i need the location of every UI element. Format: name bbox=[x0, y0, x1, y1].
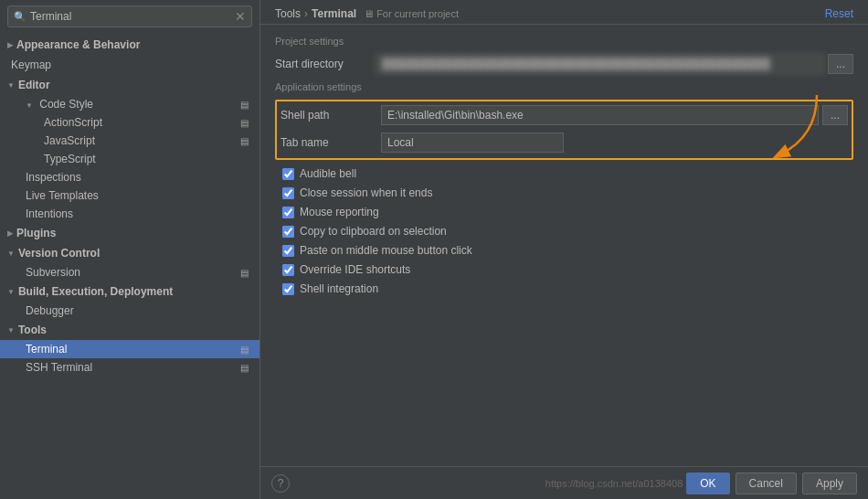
sidebar-item-label: Live Templates bbox=[26, 189, 99, 202]
paste-middle-label: Paste on middle mouse button click bbox=[300, 244, 472, 257]
ok-button[interactable]: OK bbox=[686, 472, 729, 494]
mouse-reporting-label: Mouse reporting bbox=[300, 206, 379, 218]
sidebar-item-tools[interactable]: ▼ Tools bbox=[0, 320, 259, 340]
sidebar-item-actionscript[interactable]: ActionScript ▤ bbox=[0, 113, 259, 132]
copy-clipboard-checkbox[interactable] bbox=[282, 226, 294, 238]
shell-path-row: Shell path ... bbox=[281, 105, 848, 125]
mouse-reporting-checkbox[interactable] bbox=[282, 207, 294, 218]
expand-icon: ▼ bbox=[7, 326, 15, 334]
cancel-button[interactable]: Cancel bbox=[736, 472, 797, 494]
reset-link[interactable]: Reset bbox=[825, 7, 853, 20]
sidebar-item-editor[interactable]: ▼ Editor bbox=[0, 75, 259, 95]
sidebar-item-label: Subversion bbox=[26, 266, 80, 279]
breadcrumb: Tools › Terminal 🖥 For current project bbox=[275, 7, 459, 20]
sidebar-item-ssh-terminal[interactable]: SSH Terminal ▤ bbox=[0, 358, 259, 377]
sidebar-item-label: Tools bbox=[18, 324, 47, 336]
search-icon: 🔍 bbox=[14, 11, 26, 23]
sidebar-item-build[interactable]: ▼ Build, Execution, Deployment bbox=[0, 281, 259, 302]
for-project-label: 🖥 For current project bbox=[364, 8, 459, 19]
checkbox-mouse-reporting: Mouse reporting bbox=[275, 206, 853, 218]
sidebar-item-label: Version Control bbox=[18, 247, 100, 260]
bottom-right: https://blog.csdn.net/a0138408 OK Cancel… bbox=[545, 472, 857, 494]
sidebar-item-label: Terminal bbox=[26, 343, 67, 356]
sidebar-item-label: Plugins bbox=[16, 227, 56, 239]
sidebar-item-inspections[interactable]: Inspections bbox=[0, 168, 259, 186]
shell-integration-checkbox[interactable] bbox=[282, 283, 294, 295]
content-body: Project settings Start directory ... App… bbox=[260, 25, 868, 466]
apply-button[interactable]: Apply bbox=[802, 472, 857, 494]
shell-integration-label: Shell integration bbox=[300, 282, 378, 295]
sidebar-item-live-templates[interactable]: Live Templates bbox=[0, 186, 259, 205]
shell-path-input[interactable] bbox=[381, 105, 819, 125]
sidebar-item-version-control[interactable]: ▼ Version Control bbox=[0, 243, 259, 263]
copy-icon: ▤ bbox=[240, 118, 249, 128]
checkboxes-section: Audible bell Close session when it ends … bbox=[275, 167, 853, 295]
copy-clipboard-label: Copy to clipboard on selection bbox=[300, 225, 447, 238]
sidebar-item-plugins[interactable]: ▶ Plugins bbox=[0, 223, 259, 243]
sidebar-item-label: Debugger bbox=[26, 304, 74, 317]
sidebar-item-label: TypeScript bbox=[44, 153, 96, 165]
checkbox-audible-bell: Audible bell bbox=[275, 167, 853, 180]
expand-icon: ▼ bbox=[7, 250, 15, 258]
main-container: 🔍 ✕ ▶ Appearance & Behavior Keymap ▼ Edi… bbox=[0, 0, 868, 499]
shell-path-label: Shell path bbox=[281, 109, 381, 122]
sidebar-item-label: Intentions bbox=[26, 207, 73, 220]
start-directory-label: Start directory bbox=[275, 58, 376, 70]
help-icon: ? bbox=[278, 477, 284, 490]
audible-bell-checkbox[interactable] bbox=[282, 168, 294, 180]
sidebar-item-terminal[interactable]: Terminal ▤ bbox=[0, 340, 259, 358]
start-directory-browse[interactable]: ... bbox=[828, 54, 853, 74]
search-container: 🔍 ✕ bbox=[0, 0, 259, 33]
tab-name-label: Tab name bbox=[281, 136, 381, 149]
bottom-bar: ? https://blog.csdn.net/a0138408 OK Canc… bbox=[260, 466, 868, 499]
sidebar-item-label: JavaScript bbox=[44, 134, 95, 147]
expand-icon: ▼ bbox=[7, 81, 15, 90]
close-session-checkbox[interactable] bbox=[282, 187, 294, 199]
sidebar-nav: ▶ Appearance & Behavior Keymap ▼ Editor … bbox=[0, 33, 259, 499]
sidebar: 🔍 ✕ ▶ Appearance & Behavior Keymap ▼ Edi… bbox=[0, 0, 260, 499]
project-icon: 🖥 bbox=[364, 8, 374, 19]
breadcrumb-separator: › bbox=[304, 7, 308, 20]
expand-icon: ▶ bbox=[7, 229, 13, 238]
watermark-text: https://blog.csdn.net/a0138408 bbox=[545, 478, 683, 489]
sidebar-item-subversion[interactable]: Subversion ▤ bbox=[0, 263, 259, 281]
highlighted-section: Shell path ... Tab name bbox=[275, 100, 853, 160]
shell-path-browse[interactable]: ... bbox=[822, 105, 848, 125]
sidebar-item-debugger[interactable]: Debugger bbox=[0, 302, 259, 320]
checkbox-paste-middle: Paste on middle mouse button click bbox=[275, 244, 853, 257]
sidebar-item-javascript[interactable]: JavaScript ▤ bbox=[0, 132, 259, 150]
close-session-label: Close session when it ends bbox=[300, 186, 432, 199]
project-settings-label: Project settings bbox=[275, 36, 853, 47]
search-clear-icon[interactable]: ✕ bbox=[235, 9, 246, 24]
copy-icon: ▤ bbox=[240, 136, 249, 146]
checkbox-close-session: Close session when it ends bbox=[275, 186, 853, 199]
sidebar-item-label: Keymap bbox=[11, 58, 51, 71]
copy-icon: ▤ bbox=[240, 100, 249, 110]
sidebar-item-keymap[interactable]: Keymap bbox=[0, 55, 259, 75]
checkbox-copy-clipboard: Copy to clipboard on selection bbox=[275, 225, 853, 238]
sidebar-item-code-style[interactable]: ▼ Code Style ▤ bbox=[0, 95, 259, 113]
app-settings-label: Application settings bbox=[275, 81, 853, 92]
copy-icon: ▤ bbox=[240, 345, 249, 355]
sidebar-item-label: Build, Execution, Deployment bbox=[18, 285, 173, 298]
paste-middle-checkbox[interactable] bbox=[282, 245, 294, 257]
copy-icon: ▤ bbox=[240, 268, 249, 278]
content-panel: Tools › Terminal 🖥 For current project R… bbox=[260, 0, 868, 499]
start-directory-input[interactable] bbox=[376, 54, 824, 74]
bottom-buttons: OK Cancel Apply bbox=[686, 472, 857, 494]
highlighted-wrapper: Shell path ... Tab name bbox=[275, 100, 853, 160]
expand-icon: ▶ bbox=[7, 41, 13, 49]
tab-name-row: Tab name bbox=[281, 133, 848, 153]
content-header: Tools › Terminal 🖥 For current project R… bbox=[260, 0, 868, 25]
expand-icon: ▼ bbox=[7, 288, 15, 296]
sidebar-item-typescript[interactable]: TypeScript bbox=[0, 150, 259, 168]
sidebar-item-appearance[interactable]: ▶ Appearance & Behavior bbox=[0, 35, 259, 55]
tab-name-input[interactable] bbox=[381, 133, 564, 153]
copy-icon: ▤ bbox=[240, 363, 249, 373]
override-ide-checkbox[interactable] bbox=[282, 264, 294, 276]
sidebar-item-intentions[interactable]: Intentions bbox=[0, 205, 259, 223]
start-directory-row: Start directory ... bbox=[275, 54, 853, 74]
breadcrumb-parent: Tools bbox=[275, 7, 301, 20]
search-input[interactable] bbox=[30, 10, 235, 23]
help-button[interactable]: ? bbox=[271, 474, 290, 493]
